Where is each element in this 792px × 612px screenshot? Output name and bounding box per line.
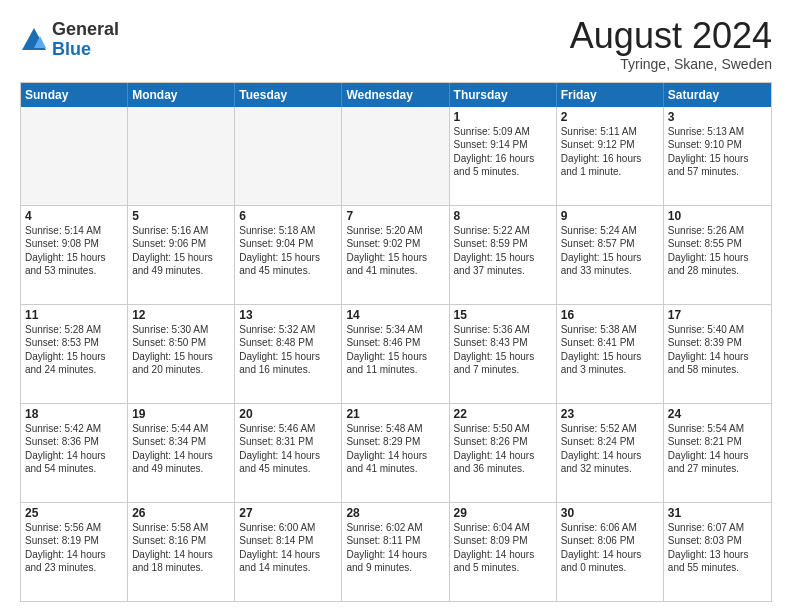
day-number: 30	[561, 506, 659, 520]
calendar-cell: 2Sunrise: 5:11 AM Sunset: 9:12 PM Daylig…	[557, 107, 664, 205]
day-number: 18	[25, 407, 123, 421]
calendar-cell: 3Sunrise: 5:13 AM Sunset: 9:10 PM Daylig…	[664, 107, 771, 205]
calendar-cell: 18Sunrise: 5:42 AM Sunset: 8:36 PM Dayli…	[21, 404, 128, 502]
day-number: 15	[454, 308, 552, 322]
day-number: 31	[668, 506, 767, 520]
calendar-header: SundayMondayTuesdayWednesdayThursdayFrid…	[21, 83, 771, 107]
day-number: 19	[132, 407, 230, 421]
day-number: 21	[346, 407, 444, 421]
day-number: 27	[239, 506, 337, 520]
calendar-cell: 30Sunrise: 6:06 AM Sunset: 8:06 PM Dayli…	[557, 503, 664, 601]
calendar-cell: 16Sunrise: 5:38 AM Sunset: 8:41 PM Dayli…	[557, 305, 664, 403]
calendar-row: 25Sunrise: 5:56 AM Sunset: 8:19 PM Dayli…	[21, 502, 771, 601]
cell-info: Sunrise: 5:38 AM Sunset: 8:41 PM Dayligh…	[561, 323, 659, 377]
calendar-cell: 29Sunrise: 6:04 AM Sunset: 8:09 PM Dayli…	[450, 503, 557, 601]
day-number: 22	[454, 407, 552, 421]
calendar-cell: 1Sunrise: 5:09 AM Sunset: 9:14 PM Daylig…	[450, 107, 557, 205]
cell-info: Sunrise: 6:04 AM Sunset: 8:09 PM Dayligh…	[454, 521, 552, 575]
cell-info: Sunrise: 5:50 AM Sunset: 8:26 PM Dayligh…	[454, 422, 552, 476]
calendar-cell: 8Sunrise: 5:22 AM Sunset: 8:59 PM Daylig…	[450, 206, 557, 304]
weekday-header: Saturday	[664, 83, 771, 107]
cell-info: Sunrise: 5:42 AM Sunset: 8:36 PM Dayligh…	[25, 422, 123, 476]
calendar-cell: 7Sunrise: 5:20 AM Sunset: 9:02 PM Daylig…	[342, 206, 449, 304]
cell-info: Sunrise: 6:07 AM Sunset: 8:03 PM Dayligh…	[668, 521, 767, 575]
cell-info: Sunrise: 5:28 AM Sunset: 8:53 PM Dayligh…	[25, 323, 123, 377]
cell-info: Sunrise: 6:06 AM Sunset: 8:06 PM Dayligh…	[561, 521, 659, 575]
day-number: 12	[132, 308, 230, 322]
cell-info: Sunrise: 5:40 AM Sunset: 8:39 PM Dayligh…	[668, 323, 767, 377]
logo-blue: Blue	[52, 40, 119, 60]
day-number: 26	[132, 506, 230, 520]
logo-icon	[20, 26, 48, 54]
calendar-cell	[128, 107, 235, 205]
cell-info: Sunrise: 5:52 AM Sunset: 8:24 PM Dayligh…	[561, 422, 659, 476]
cell-info: Sunrise: 5:18 AM Sunset: 9:04 PM Dayligh…	[239, 224, 337, 278]
page: General Blue August 2024 Tyringe, Skane,…	[0, 0, 792, 612]
calendar-cell: 24Sunrise: 5:54 AM Sunset: 8:21 PM Dayli…	[664, 404, 771, 502]
calendar-cell: 21Sunrise: 5:48 AM Sunset: 8:29 PM Dayli…	[342, 404, 449, 502]
calendar-cell: 15Sunrise: 5:36 AM Sunset: 8:43 PM Dayli…	[450, 305, 557, 403]
calendar-cell: 20Sunrise: 5:46 AM Sunset: 8:31 PM Dayli…	[235, 404, 342, 502]
day-number: 5	[132, 209, 230, 223]
header: General Blue August 2024 Tyringe, Skane,…	[20, 16, 772, 72]
month-title: August 2024	[570, 16, 772, 56]
cell-info: Sunrise: 5:22 AM Sunset: 8:59 PM Dayligh…	[454, 224, 552, 278]
weekday-header: Tuesday	[235, 83, 342, 107]
calendar-cell: 4Sunrise: 5:14 AM Sunset: 9:08 PM Daylig…	[21, 206, 128, 304]
day-number: 3	[668, 110, 767, 124]
logo: General Blue	[20, 20, 119, 60]
day-number: 24	[668, 407, 767, 421]
logo-general: General	[52, 20, 119, 40]
cell-info: Sunrise: 5:13 AM Sunset: 9:10 PM Dayligh…	[668, 125, 767, 179]
calendar-row: 4Sunrise: 5:14 AM Sunset: 9:08 PM Daylig…	[21, 205, 771, 304]
weekday-header: Friday	[557, 83, 664, 107]
cell-info: Sunrise: 5:11 AM Sunset: 9:12 PM Dayligh…	[561, 125, 659, 179]
title-block: August 2024 Tyringe, Skane, Sweden	[570, 16, 772, 72]
calendar-cell: 10Sunrise: 5:26 AM Sunset: 8:55 PM Dayli…	[664, 206, 771, 304]
weekday-header: Wednesday	[342, 83, 449, 107]
calendar-cell: 14Sunrise: 5:34 AM Sunset: 8:46 PM Dayli…	[342, 305, 449, 403]
calendar-cell	[342, 107, 449, 205]
day-number: 1	[454, 110, 552, 124]
day-number: 29	[454, 506, 552, 520]
calendar-row: 11Sunrise: 5:28 AM Sunset: 8:53 PM Dayli…	[21, 304, 771, 403]
cell-info: Sunrise: 5:14 AM Sunset: 9:08 PM Dayligh…	[25, 224, 123, 278]
day-number: 23	[561, 407, 659, 421]
cell-info: Sunrise: 5:36 AM Sunset: 8:43 PM Dayligh…	[454, 323, 552, 377]
calendar-cell: 22Sunrise: 5:50 AM Sunset: 8:26 PM Dayli…	[450, 404, 557, 502]
calendar-cell: 13Sunrise: 5:32 AM Sunset: 8:48 PM Dayli…	[235, 305, 342, 403]
weekday-header: Monday	[128, 83, 235, 107]
cell-info: Sunrise: 5:20 AM Sunset: 9:02 PM Dayligh…	[346, 224, 444, 278]
cell-info: Sunrise: 5:24 AM Sunset: 8:57 PM Dayligh…	[561, 224, 659, 278]
day-number: 16	[561, 308, 659, 322]
calendar-cell: 26Sunrise: 5:58 AM Sunset: 8:16 PM Dayli…	[128, 503, 235, 601]
calendar-cell: 12Sunrise: 5:30 AM Sunset: 8:50 PM Dayli…	[128, 305, 235, 403]
weekday-header: Sunday	[21, 83, 128, 107]
weekday-header: Thursday	[450, 83, 557, 107]
calendar-cell	[235, 107, 342, 205]
cell-info: Sunrise: 5:16 AM Sunset: 9:06 PM Dayligh…	[132, 224, 230, 278]
day-number: 6	[239, 209, 337, 223]
calendar-cell: 31Sunrise: 6:07 AM Sunset: 8:03 PM Dayli…	[664, 503, 771, 601]
cell-info: Sunrise: 6:02 AM Sunset: 8:11 PM Dayligh…	[346, 521, 444, 575]
calendar-cell: 27Sunrise: 6:00 AM Sunset: 8:14 PM Dayli…	[235, 503, 342, 601]
cell-info: Sunrise: 5:32 AM Sunset: 8:48 PM Dayligh…	[239, 323, 337, 377]
calendar-cell: 11Sunrise: 5:28 AM Sunset: 8:53 PM Dayli…	[21, 305, 128, 403]
day-number: 8	[454, 209, 552, 223]
day-number: 11	[25, 308, 123, 322]
day-number: 2	[561, 110, 659, 124]
calendar-cell: 25Sunrise: 5:56 AM Sunset: 8:19 PM Dayli…	[21, 503, 128, 601]
day-number: 13	[239, 308, 337, 322]
calendar-row: 1Sunrise: 5:09 AM Sunset: 9:14 PM Daylig…	[21, 107, 771, 205]
calendar-cell: 17Sunrise: 5:40 AM Sunset: 8:39 PM Dayli…	[664, 305, 771, 403]
location: Tyringe, Skane, Sweden	[570, 56, 772, 72]
cell-info: Sunrise: 5:46 AM Sunset: 8:31 PM Dayligh…	[239, 422, 337, 476]
cell-info: Sunrise: 6:00 AM Sunset: 8:14 PM Dayligh…	[239, 521, 337, 575]
calendar-cell: 6Sunrise: 5:18 AM Sunset: 9:04 PM Daylig…	[235, 206, 342, 304]
cell-info: Sunrise: 5:09 AM Sunset: 9:14 PM Dayligh…	[454, 125, 552, 179]
calendar-body: 1Sunrise: 5:09 AM Sunset: 9:14 PM Daylig…	[21, 107, 771, 601]
calendar-cell: 23Sunrise: 5:52 AM Sunset: 8:24 PM Dayli…	[557, 404, 664, 502]
calendar-cell	[21, 107, 128, 205]
calendar-row: 18Sunrise: 5:42 AM Sunset: 8:36 PM Dayli…	[21, 403, 771, 502]
calendar-cell: 9Sunrise: 5:24 AM Sunset: 8:57 PM Daylig…	[557, 206, 664, 304]
